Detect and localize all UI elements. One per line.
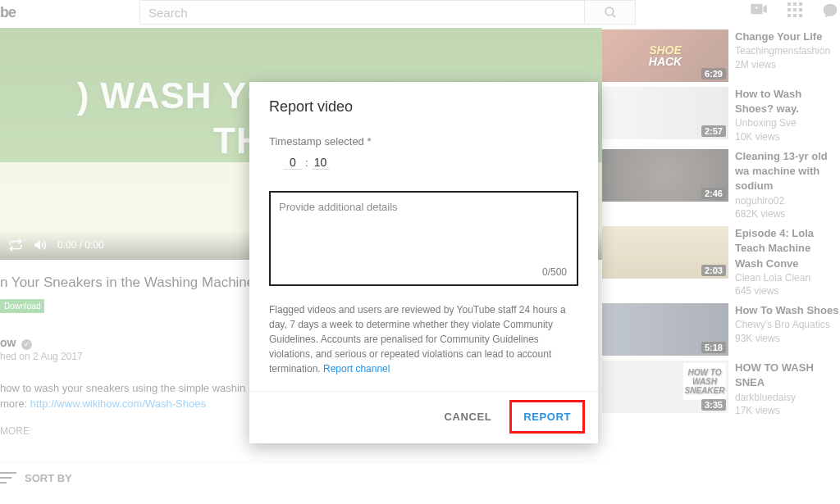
timestamp-inputs: : [269, 156, 578, 170]
timestamp-label: Timestamp selected * [269, 135, 578, 148]
dialog-actions: Cancel Report [249, 391, 598, 443]
dialog-title: Report video [269, 98, 578, 116]
timestamp-minutes-input[interactable] [284, 156, 302, 170]
details-textarea[interactable] [279, 201, 568, 266]
cancel-button[interactable]: Cancel [432, 402, 503, 431]
timestamp-seconds-input[interactable] [312, 156, 330, 170]
timestamp-colon: : [305, 157, 308, 169]
report-channel-link[interactable]: Report channel [323, 363, 390, 375]
disclaimer-body: Flagged videos and users are reviewed by… [269, 304, 566, 375]
report-button[interactable]: Report [509, 400, 585, 434]
report-video-dialog: Report video Timestamp selected * : 0/50… [249, 82, 598, 443]
details-field-container: 0/500 [269, 191, 578, 286]
char-count: 0/500 [542, 266, 567, 278]
disclaimer-text: Flagged videos and users are reviewed by… [269, 302, 578, 376]
